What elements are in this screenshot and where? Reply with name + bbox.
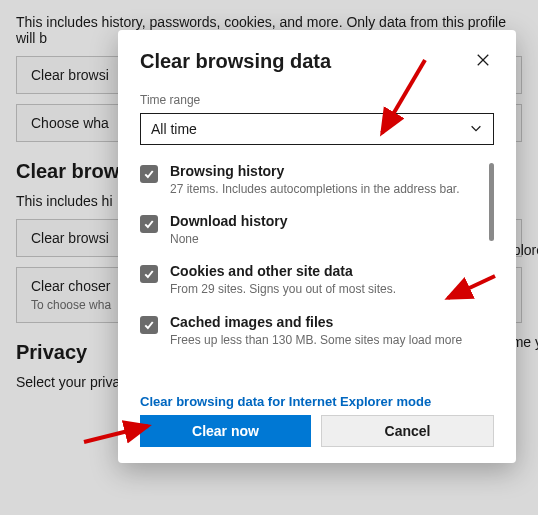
option-title: Browsing history	[170, 163, 494, 179]
ie-mode-link[interactable]: Clear browsing data for Internet Explore…	[140, 394, 494, 409]
clear-browsing-dialog: Clear browsing data Time range All time …	[118, 30, 516, 463]
scrollbar-thumb[interactable]	[489, 163, 494, 241]
chevron-down-icon	[469, 121, 483, 138]
option-cached: Cached images and files Frees up less th…	[140, 314, 494, 348]
dialog-title: Clear browsing data	[140, 50, 331, 73]
option-desc: 27 items. Includes autocompletions in th…	[170, 181, 494, 197]
option-title: Cookies and other site data	[170, 263, 494, 279]
time-range-value: All time	[151, 121, 197, 137]
option-browsing-history: Browsing history 27 items. Includes auto…	[140, 163, 494, 197]
cancel-button[interactable]: Cancel	[321, 415, 494, 447]
option-title: Cached images and files	[170, 314, 494, 330]
option-desc: From 29 sites. Signs you out of most sit…	[170, 281, 494, 297]
option-desc: None	[170, 231, 494, 247]
time-range-select[interactable]: All time	[140, 113, 494, 145]
checkbox-cached[interactable]	[140, 316, 158, 334]
close-button[interactable]	[472, 50, 494, 72]
option-download-history: Download history None	[140, 213, 494, 247]
checkbox-browsing-history[interactable]	[140, 165, 158, 183]
option-cookies: Cookies and other site data From 29 site…	[140, 263, 494, 297]
clear-now-button[interactable]: Clear now	[140, 415, 311, 447]
option-title: Download history	[170, 213, 494, 229]
option-desc: Frees up less than 130 MB. Some sites ma…	[170, 332, 494, 348]
time-range-label: Time range	[140, 93, 494, 107]
options-list: Browsing history 27 items. Includes auto…	[140, 163, 494, 392]
close-icon	[476, 53, 490, 70]
checkbox-download-history[interactable]	[140, 215, 158, 233]
checkbox-cookies[interactable]	[140, 265, 158, 283]
